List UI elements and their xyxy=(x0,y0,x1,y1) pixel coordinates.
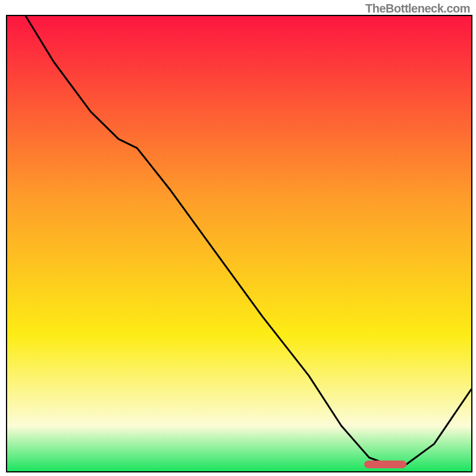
curve-layer xyxy=(7,16,471,471)
bottleneck-curve xyxy=(26,16,471,465)
plot-area xyxy=(6,15,472,472)
watermark-text: TheBottleneck.com xyxy=(365,2,470,15)
highlight-marker xyxy=(365,461,406,468)
chart-root: TheBottleneck.com xyxy=(0,0,476,476)
